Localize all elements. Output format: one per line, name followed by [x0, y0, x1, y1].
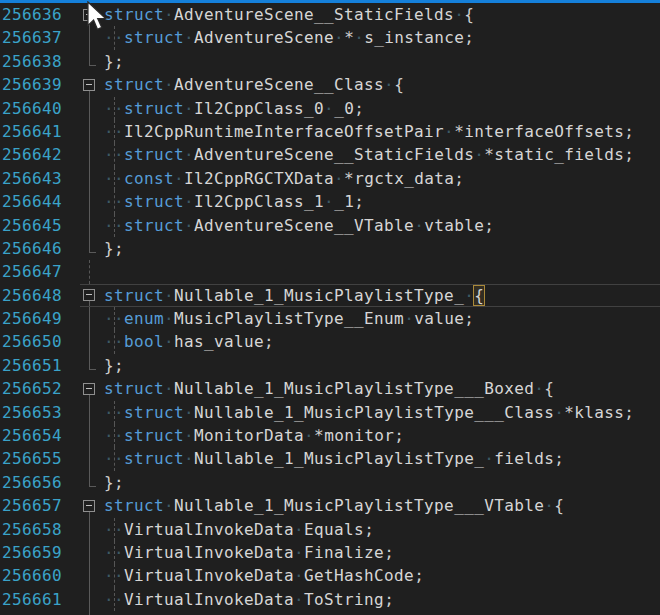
- code-text[interactable]: ··struct·Il2CppClass_1·_1;: [104, 190, 364, 213]
- keyword-token: struct: [104, 5, 164, 24]
- fold-collapse-marker[interactable]: [83, 289, 95, 301]
- punctuation-token: };: [104, 473, 124, 492]
- punctuation-token: ;: [394, 426, 404, 445]
- code-text[interactable]: ··Il2CppRuntimeInterfaceOffsetPair·*inte…: [104, 120, 634, 143]
- code-line-256640[interactable]: 256640··struct·Il2CppClass_0·_0;: [0, 97, 660, 120]
- identifier-token: VirtualInvokeData: [124, 543, 294, 562]
- code-text[interactable]: };: [104, 354, 124, 377]
- fold-collapse-marker[interactable]: [83, 79, 95, 91]
- line-number[interactable]: 256657: [2, 494, 62, 517]
- code-text[interactable]: struct·AdventureScene__StaticFields·{: [104, 3, 474, 26]
- code-text[interactable]: ··struct·AdventureScene·*·s_instance;: [104, 26, 474, 49]
- whitespace-dots: ·: [474, 145, 484, 164]
- whitespace-dots: ··: [104, 543, 124, 562]
- code-line-256643[interactable]: 256643··const·Il2CppRGCTXData·*rgctx_dat…: [0, 167, 660, 190]
- punctuation-token: ;: [364, 520, 374, 539]
- line-number[interactable]: 256659: [2, 541, 62, 564]
- line-number[interactable]: 256662: [2, 611, 62, 615]
- code-line-256648[interactable]: 256648struct·Nullable_1_MusicPlaylistTyp…: [0, 284, 660, 307]
- code-text[interactable]: ··VirtualInvokeData·Equals;: [104, 518, 374, 541]
- code-line-256656[interactable]: 256656};: [0, 471, 660, 494]
- code-line-256647[interactable]: 256647: [0, 260, 660, 283]
- code-text[interactable]: ··VirtualInvokeData·GetHashCode;: [104, 564, 424, 587]
- line-number[interactable]: 256652: [2, 377, 62, 400]
- code-line-256650[interactable]: 256650··bool·has_value;: [0, 330, 660, 353]
- code-text[interactable]: ··struct·AdventureScene__VTable·vtable;: [104, 214, 494, 237]
- fold-rail: [89, 97, 90, 120]
- code-line-256660[interactable]: 256660··VirtualInvokeData·GetHashCode;: [0, 564, 660, 587]
- line-number[interactable]: 256649: [2, 307, 62, 330]
- fold-collapse-marker[interactable]: [83, 9, 95, 21]
- whitespace-dots: ·: [184, 403, 194, 422]
- line-number[interactable]: 256641: [2, 120, 62, 143]
- code-text[interactable]: };: [104, 50, 124, 73]
- line-number[interactable]: 256654: [2, 424, 62, 447]
- code-text[interactable]: struct·Nullable_1_MusicPlaylistType___Bo…: [104, 377, 554, 400]
- line-number[interactable]: 256646: [2, 237, 62, 260]
- code-line-256646[interactable]: 256646};: [0, 237, 660, 260]
- line-number[interactable]: 256638: [2, 50, 62, 73]
- code-line-256637[interactable]: 256637··struct·AdventureScene·*·s_instan…: [0, 26, 660, 49]
- fold-rail: [89, 447, 90, 470]
- line-number[interactable]: 256655: [2, 447, 62, 470]
- code-line-256651[interactable]: 256651};: [0, 354, 660, 377]
- line-number[interactable]: 256653: [2, 401, 62, 424]
- code-text[interactable]: ··VirtualInvokeData·Finalize;: [104, 541, 394, 564]
- code-line-256661[interactable]: 256661··VirtualInvokeData·ToString;: [0, 588, 660, 611]
- code-text[interactable]: ··struct·AdventureScene__StaticFields·*s…: [104, 143, 634, 166]
- code-line-256655[interactable]: 256655··struct·Nullable_1_MusicPlaylistT…: [0, 447, 660, 470]
- code-text[interactable]: ··const·Il2CppRGCTXData·*rgctx_data;: [104, 167, 464, 190]
- whitespace-dots: ·: [404, 309, 414, 328]
- code-line-256649[interactable]: 256649··enum·MusicPlaylistType__Enum·val…: [0, 307, 660, 330]
- line-number[interactable]: 256636: [2, 3, 62, 26]
- code-line-256642[interactable]: 256642··struct·AdventureScene__StaticFie…: [0, 143, 660, 166]
- line-number[interactable]: 256640: [2, 97, 62, 120]
- line-number[interactable]: 256658: [2, 518, 62, 541]
- line-number[interactable]: 256643: [2, 167, 62, 190]
- code-line-256654[interactable]: 256654··struct·MonitorData·*monitor;: [0, 424, 660, 447]
- line-number[interactable]: 256637: [2, 26, 62, 49]
- code-text[interactable]: struct·Nullable_1_MusicPlaylistType___VT…: [104, 494, 564, 517]
- code-text[interactable]: ··VirtualInvokeData·ToString;: [104, 588, 394, 611]
- keyword-token: struct: [124, 28, 184, 47]
- line-number[interactable]: 256644: [2, 190, 62, 213]
- line-number[interactable]: 256651: [2, 354, 62, 377]
- line-number[interactable]: 256642: [2, 143, 62, 166]
- code-text[interactable]: ··bool·has_value;: [104, 330, 274, 353]
- code-text[interactable]: ··struct·Nullable_1_MusicPlaylistType___…: [104, 401, 634, 424]
- whitespace-dots: ··: [104, 449, 124, 468]
- code-line-256644[interactable]: 256644··struct·Il2CppClass_1·_1;: [0, 190, 660, 213]
- code-line-256653[interactable]: 256653··struct·Nullable_1_MusicPlaylistT…: [0, 401, 660, 424]
- code-line-256658[interactable]: 256658··VirtualInvokeData·Equals;: [0, 518, 660, 541]
- fold-collapse-marker[interactable]: [83, 383, 95, 395]
- line-number[interactable]: 256648: [2, 284, 62, 307]
- whitespace-dots: ·: [174, 169, 184, 188]
- line-number[interactable]: 256660: [2, 564, 62, 587]
- code-line-256639[interactable]: 256639struct·AdventureScene__Class·{: [0, 73, 660, 96]
- whitespace-dots: ·: [324, 192, 334, 211]
- code-text[interactable]: };: [104, 611, 124, 615]
- code-text[interactable]: ··struct·MonitorData·*monitor;: [104, 424, 404, 447]
- code-line-256652[interactable]: 256652struct·Nullable_1_MusicPlaylistTyp…: [0, 377, 660, 400]
- code-line-256662[interactable]: 256662};: [0, 611, 660, 615]
- code-text[interactable]: };: [104, 237, 124, 260]
- code-line-256641[interactable]: 256641··Il2CppRuntimeInterfaceOffsetPair…: [0, 120, 660, 143]
- code-line-256645[interactable]: 256645··struct·AdventureScene__VTable·vt…: [0, 214, 660, 237]
- code-text[interactable]: ··struct·Il2CppClass_0·_0;: [104, 97, 364, 120]
- fold-rail: [89, 611, 90, 615]
- code-text[interactable]: struct·AdventureScene__Class·{: [104, 73, 404, 96]
- line-number[interactable]: 256647: [2, 260, 62, 283]
- code-line-256659[interactable]: 256659··VirtualInvokeData·Finalize;: [0, 541, 660, 564]
- code-text[interactable]: ··struct·Nullable_1_MusicPlaylistType_·f…: [104, 447, 564, 470]
- code-text[interactable]: ··enum·MusicPlaylistType__Enum·value;: [104, 307, 474, 330]
- code-line-256636[interactable]: 256636struct·AdventureScene__StaticField…: [0, 3, 660, 26]
- line-number[interactable]: 256661: [2, 588, 62, 611]
- code-text[interactable]: };: [104, 471, 124, 494]
- line-number[interactable]: 256639: [2, 73, 62, 96]
- line-number[interactable]: 256645: [2, 214, 62, 237]
- line-number[interactable]: 256650: [2, 330, 62, 353]
- code-line-256638[interactable]: 256638};: [0, 50, 660, 73]
- line-number[interactable]: 256656: [2, 471, 62, 494]
- fold-collapse-marker[interactable]: [83, 500, 95, 512]
- code-line-256657[interactable]: 256657struct·Nullable_1_MusicPlaylistTyp…: [0, 494, 660, 517]
